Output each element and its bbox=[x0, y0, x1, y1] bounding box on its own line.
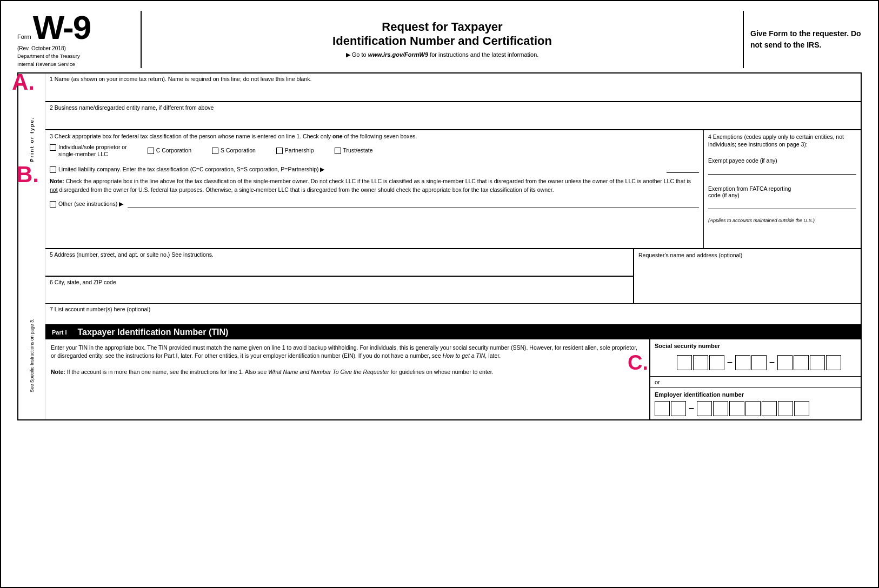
ssn-cell-7[interactable] bbox=[794, 355, 809, 370]
note-not: not bbox=[50, 186, 58, 193]
print-type-label: Print or type. bbox=[29, 117, 35, 162]
ssn-cell-3[interactable] bbox=[709, 355, 724, 370]
row-1: 1 Name (as shown on your income tax retu… bbox=[45, 74, 861, 102]
line4-label: 4 Exemptions (codes apply only to certai… bbox=[708, 133, 856, 149]
bottom-note-area: Note: If the account is in more than one… bbox=[51, 368, 644, 377]
llc-text: Limited liability company. Enter the tax… bbox=[58, 166, 664, 172]
main-content: 1 Name (as shown on your income tax retu… bbox=[45, 74, 861, 419]
part-i-section: Part I Taxpayer Identification Number (T… bbox=[45, 325, 861, 419]
note-text-body: Check the appropriate box in the line ab… bbox=[64, 178, 691, 184]
cb-c-corp: C Corporation bbox=[148, 147, 191, 155]
ein-section: Employer identification number – bbox=[650, 387, 861, 419]
cb-individual-label: Individual/sole proprietor orsingle-memb… bbox=[58, 144, 127, 158]
header-url: ▶ Go to www.irs.gov/FormW9 for instructi… bbox=[152, 51, 732, 58]
ssn-cell-1[interactable] bbox=[677, 355, 692, 370]
form-header: Form W-9 (Rev. October 2018) Department … bbox=[17, 11, 862, 74]
url-prefix: ▶ Go to bbox=[346, 51, 368, 58]
part-i-left: Enter your TIN in the appropriate box. T… bbox=[45, 339, 650, 419]
line5-label: 5 Address (number, street, and apt. or s… bbox=[50, 251, 214, 258]
line3-text: 3 Check appropriate box for federal tax … bbox=[50, 133, 331, 139]
note-text: Note: Check the appropriate box in the l… bbox=[50, 177, 699, 195]
form-number: W-9 bbox=[33, 11, 90, 44]
ssn-cell-8[interactable] bbox=[810, 355, 825, 370]
ein-cell-6[interactable] bbox=[745, 401, 761, 416]
part-header: Part I Taxpayer Identification Number (T… bbox=[45, 325, 861, 339]
cb-partnership: Partnership bbox=[276, 147, 314, 155]
llc-classification-input[interactable] bbox=[667, 166, 699, 173]
note2-italic: What Name and Number To Give the Request… bbox=[268, 369, 389, 375]
part-i-body: Enter your TIN in the appropriate box. T… bbox=[45, 339, 861, 419]
ssn-group1 bbox=[677, 355, 724, 370]
row-3-4: 3 Check appropriate box for federal tax … bbox=[45, 130, 861, 249]
llc-row: B. Limited liability company. Enter the … bbox=[50, 166, 699, 173]
ssn-cell-2[interactable] bbox=[693, 355, 708, 370]
other-label: Other (see instructions) ▶ bbox=[58, 201, 123, 207]
part-title: Taxpayer Identification Number (TIN) bbox=[78, 328, 229, 337]
ssn-label: Social security number bbox=[655, 343, 856, 349]
exempt-payee-section: Exempt payee code (if any) bbox=[708, 157, 856, 175]
or-text: or bbox=[650, 377, 861, 387]
ein-cell-2[interactable] bbox=[671, 401, 686, 416]
cb-other-box[interactable] bbox=[50, 201, 56, 208]
ein-group2 bbox=[697, 401, 809, 416]
exempt-payee-input[interactable] bbox=[708, 165, 856, 175]
ein-cell-1[interactable] bbox=[655, 401, 670, 416]
ein-cell-3[interactable] bbox=[697, 401, 712, 416]
ssn-group3 bbox=[777, 355, 841, 370]
ssn-cell-9[interactable] bbox=[826, 355, 841, 370]
line1-label: 1 Name (as shown on your income tax retu… bbox=[50, 76, 311, 82]
exempt-payee-label: Exempt payee code (if any) bbox=[708, 157, 777, 164]
row-5-box: 5 Address (number, street, and apt. or s… bbox=[45, 249, 633, 276]
row-5-6: 5 Address (number, street, and apt. or s… bbox=[45, 249, 861, 304]
row-7: 7 List account number(s) here (optional) bbox=[45, 304, 861, 325]
title-line2: Identification Number and Certification bbox=[152, 34, 732, 48]
form-body: Print or type. See Specific Instructions… bbox=[17, 74, 862, 420]
ein-cell-9[interactable] bbox=[794, 401, 809, 416]
label-b: B. bbox=[16, 162, 39, 188]
ssn-cell-4[interactable] bbox=[735, 355, 750, 370]
cb-c-corp-label: C Corporation bbox=[156, 147, 191, 155]
tin-italic: How to get a TIN, bbox=[443, 352, 487, 359]
form-word: Form bbox=[17, 34, 31, 40]
cb-llc-box[interactable] bbox=[50, 166, 56, 173]
checkboxes-row: Individual/sole proprietor orsingle-memb… bbox=[50, 144, 699, 158]
row-6-box: 6 City, state, and ZIP code bbox=[45, 276, 633, 303]
cb-s-corp-box[interactable] bbox=[212, 148, 218, 154]
cb-individual-box[interactable] bbox=[50, 144, 56, 151]
ssn-cell-5[interactable] bbox=[751, 355, 767, 370]
row-2: 2 Business name/disregarded entity name,… bbox=[45, 102, 861, 130]
title-line1: Request for Taxpayer bbox=[152, 20, 732, 34]
cb-trust-label: Trust/estate bbox=[343, 147, 373, 155]
tin-text: Enter your TIN in the appropriate box. T… bbox=[51, 344, 637, 359]
ssn-boxes: C. – bbox=[655, 352, 856, 373]
ein-cell-4[interactable] bbox=[713, 401, 728, 416]
exemption-fatca-input[interactable] bbox=[708, 199, 856, 209]
cb-partnership-label: Partnership bbox=[285, 147, 314, 155]
note2-text2: for guidelines on whose number to enter. bbox=[389, 369, 494, 375]
w9-form: Form W-9 (Rev. October 2018) Department … bbox=[0, 0, 879, 588]
requester-box: Requester's name and address (optional) bbox=[634, 249, 861, 303]
cb-trust-box[interactable] bbox=[335, 148, 341, 154]
ein-cell-5[interactable] bbox=[729, 401, 744, 416]
row-3-left: 3 Check appropriate box for federal tax … bbox=[45, 130, 704, 248]
requester-label: Requester's name and address (optional) bbox=[638, 252, 742, 258]
part-i-right: Social security number C. – bbox=[650, 339, 861, 419]
exemption-fatca-label: Exemption from FATCA reporting code (if … bbox=[708, 185, 791, 198]
cb-partnership-box[interactable] bbox=[276, 148, 283, 154]
ein-cell-7[interactable] bbox=[762, 401, 777, 416]
note2-label: Note: bbox=[51, 369, 65, 375]
ein-cell-8[interactable] bbox=[778, 401, 793, 416]
cb-c-corp-box[interactable] bbox=[148, 148, 154, 154]
note-text2: disregarded from the owner for U.S. fede… bbox=[58, 186, 554, 193]
other-input[interactable] bbox=[128, 199, 699, 208]
ein-group1 bbox=[655, 401, 686, 416]
cb-trust: Trust/estate bbox=[335, 147, 373, 155]
ssn-cell-6[interactable] bbox=[777, 355, 793, 370]
exemption-fatca-section: Exemption from FATCA reporting code (if … bbox=[708, 185, 856, 209]
url-suffix: for instructions and the latest informat… bbox=[428, 51, 538, 58]
header-left: Form W-9 (Rev. October 2018) Department … bbox=[17, 11, 142, 68]
ssn-group2 bbox=[735, 355, 767, 370]
see-specific-label: See Specific Instructions on page 3. bbox=[29, 319, 35, 392]
cb-s-corp: S Corporation bbox=[212, 147, 256, 155]
line7-label: 7 List account number(s) here (optional) bbox=[50, 306, 150, 312]
